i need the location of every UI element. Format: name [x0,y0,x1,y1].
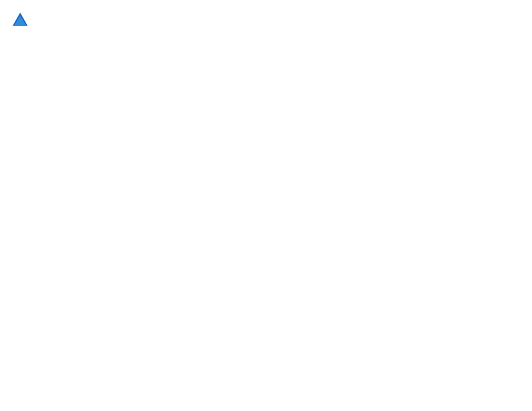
logo [11,11,32,30]
logo-icon [11,11,30,30]
page-header [11,11,521,30]
